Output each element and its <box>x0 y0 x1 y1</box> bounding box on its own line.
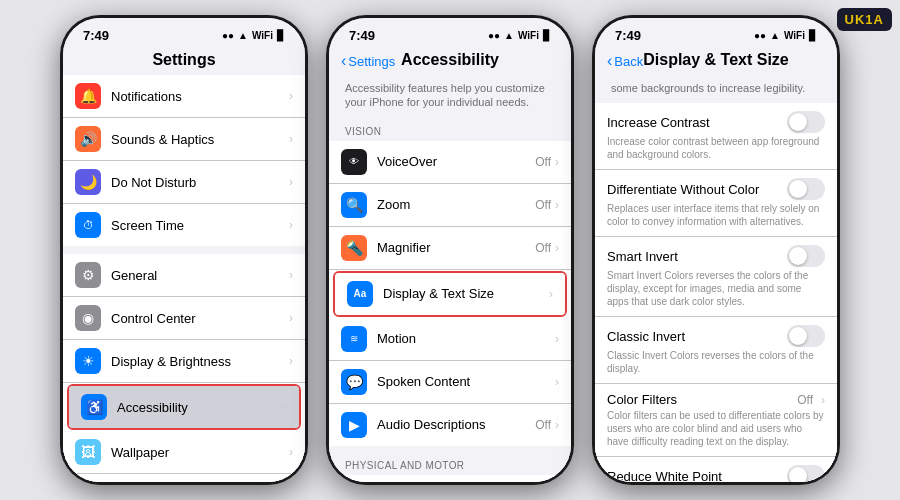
item-displaytext[interactable]: Aa Display & Text Size › <box>335 273 565 315</box>
accessibility-icon: ♿ <box>81 394 107 420</box>
status-icons-3: ●● ▲ WiFi ▊ <box>754 30 817 41</box>
chevron-icon: › <box>821 393 825 407</box>
increasecontrast-toggle[interactable] <box>787 111 825 133</box>
status-bar-1: 7:49 ●● ▲ WiFi ▊ <box>63 18 305 47</box>
time-2: 7:49 <box>349 28 375 43</box>
item-audiodesc[interactable]: ▶ Audio Descriptions Off › <box>329 404 571 446</box>
settings-group-1: 🔔 Notifications › 🔊 Sounds & Haptics › 🌙… <box>63 75 305 246</box>
item-wallpaper[interactable]: 🖼 Wallpaper › <box>63 431 305 474</box>
smartinvert-desc: Smart Invert Colors reverses the colors … <box>607 269 825 308</box>
item-motion[interactable]: ≋ Motion › <box>329 318 571 361</box>
chevron-icon: › <box>289 132 293 146</box>
controlcenter-label: Control Center <box>111 311 289 326</box>
increasecontrast-desc: Increase color contrast between app fore… <box>607 135 825 161</box>
back-button-3[interactable]: ‹ Back <box>607 52 643 70</box>
controlcenter-icon: ◉ <box>75 305 101 331</box>
item-voiceover[interactable]: 👁 VoiceOver Off › <box>329 141 571 184</box>
item-notifications[interactable]: 🔔 Notifications › <box>63 75 305 118</box>
settings-content: 🔔 Notifications › 🔊 Sounds & Haptics › 🌙… <box>63 75 305 482</box>
notifications-icon: 🔔 <box>75 83 101 109</box>
item-displaybrightness[interactable]: ☀ Display & Brightness › <box>63 340 305 383</box>
item-sounds[interactable]: 🔊 Sounds & Haptics › <box>63 118 305 161</box>
diffwithoutcolor-label: Differentiate Without Color <box>607 182 787 197</box>
screen-title-3: Display & Text Size <box>643 51 789 68</box>
increasecontrast-label: Increase Contrast <box>607 115 787 130</box>
chevron-icon: › <box>555 375 559 389</box>
general-icon: ⚙ <box>75 262 101 288</box>
item-screentime[interactable]: ⏱ Screen Time › <box>63 204 305 246</box>
battery-icon: ▊ <box>809 30 817 41</box>
accessibility-intro: Accessibility features help you customiz… <box>329 75 571 118</box>
item-dnd[interactable]: 🌙 Do Not Disturb › <box>63 161 305 204</box>
row-colorfilters[interactable]: Color Filters Off › Color filters can be… <box>595 384 837 457</box>
dnd-icon: 🌙 <box>75 169 101 195</box>
chevron-icon: › <box>289 268 293 282</box>
item-general[interactable]: ⚙ General › <box>63 254 305 297</box>
phone-displaytext: 7:49 ●● ▲ WiFi ▊ ‹ Back Display & Text S… <box>592 15 840 485</box>
screen-title-1: Settings <box>152 51 215 68</box>
item-accessibility[interactable]: ♿ Accessibility › <box>69 386 299 428</box>
scroll-note: some backgrounds to increase legibility. <box>595 75 837 103</box>
zoom-icon: 🔍 <box>341 192 367 218</box>
colorfilters-value: Off <box>797 393 813 407</box>
displaytext-content: some backgrounds to increase legibility.… <box>595 75 837 482</box>
item-spokencontent[interactable]: 💬 Spoken Content › <box>329 361 571 404</box>
back-arrow-icon: ‹ <box>607 52 612 70</box>
phone-accessibility: 7:49 ●● ▲ WiFi ▊ ‹ Settings Accessibilit… <box>326 15 574 485</box>
audio-label: Audio Descriptions <box>377 417 535 432</box>
status-icons-2: ●● ▲ WiFi ▊ <box>488 30 551 41</box>
smartinvert-label: Smart Invert <box>607 249 787 264</box>
phone-settings: 7:49 ●● ▲ WiFi ▊ Settings 🔔 Notification… <box>60 15 308 485</box>
watermark-badge: UK1A <box>837 8 892 31</box>
smartinvert-toggle[interactable] <box>787 245 825 267</box>
accessibility-label: Accessibility <box>117 400 283 415</box>
physical-header: PHYSICAL AND MOTOR <box>329 452 571 475</box>
audio-icon: ▶ <box>341 412 367 438</box>
row-smartinvert[interactable]: Smart Invert Smart Invert Colors reverse… <box>595 237 837 317</box>
back-button-2[interactable]: ‹ Settings <box>341 52 395 70</box>
item-controlcenter[interactable]: ◉ Control Center › <box>63 297 305 340</box>
chevron-icon: › <box>555 241 559 255</box>
status-bar-2: 7:49 ●● ▲ WiFi ▊ <box>329 18 571 47</box>
magnifier-value: Off <box>535 241 551 255</box>
zoom-value: Off <box>535 198 551 212</box>
row-classicinvert[interactable]: Classic Invert Classic Invert Colors rev… <box>595 317 837 384</box>
vision-header: VISION <box>329 118 571 141</box>
reducewhitepoint-label: Reduce White Point <box>607 469 787 482</box>
spoken-icon: 💬 <box>341 369 367 395</box>
row-increasecontrast[interactable]: Increase Contrast Increase color contras… <box>595 103 837 170</box>
dnd-label: Do Not Disturb <box>111 175 289 190</box>
zoom-label: Zoom <box>377 197 535 212</box>
displaytext-group: Increase Contrast Increase color contras… <box>595 103 837 482</box>
classicinvert-toggle[interactable] <box>787 325 825 347</box>
item-touch[interactable]: ✋ Touch › <box>329 475 571 482</box>
sounds-icon: 🔊 <box>75 126 101 152</box>
chevron-icon: › <box>289 445 293 459</box>
item-zoom[interactable]: 🔍 Zoom Off › <box>329 184 571 227</box>
chevron-icon: › <box>289 175 293 189</box>
time-1: 7:49 <box>83 28 109 43</box>
chevron-icon: › <box>289 89 293 103</box>
status-icons-1: ●● ▲ WiFi ▊ <box>222 30 285 41</box>
diffwithoutcolor-toggle[interactable] <box>787 178 825 200</box>
item-magnifier[interactable]: 🔦 Magnifier Off › <box>329 227 571 270</box>
back-label-2: Settings <box>348 54 395 69</box>
wifi-bars: WiFi <box>252 30 273 41</box>
notifications-label: Notifications <box>111 89 289 104</box>
row-reducewhitepoint[interactable]: Reduce White Point Reduce the intensity … <box>595 457 837 482</box>
accessibility-content: Accessibility features help you customiz… <box>329 75 571 482</box>
screentime-icon: ⏱ <box>75 212 101 238</box>
reducewhitepoint-toggle[interactable] <box>787 465 825 482</box>
row-diffwithoutcolor[interactable]: Differentiate Without Color Replaces use… <box>595 170 837 237</box>
displaytext-label: Display & Text Size <box>383 286 549 301</box>
signal-icon: ●● <box>754 30 766 41</box>
magnifier-label: Magnifier <box>377 240 535 255</box>
wifi-bars: WiFi <box>518 30 539 41</box>
back-label-3: Back <box>614 54 643 69</box>
item-siri[interactable]: ◎ Siri & Search › <box>63 474 305 482</box>
status-bar-3: 7:49 ●● ▲ WiFi ▊ <box>595 18 837 47</box>
diffwithoutcolor-desc: Replaces user interface items that rely … <box>607 202 825 228</box>
wifi-icon: ▲ <box>238 30 248 41</box>
screentime-label: Screen Time <box>111 218 289 233</box>
chevron-icon: › <box>283 400 287 414</box>
